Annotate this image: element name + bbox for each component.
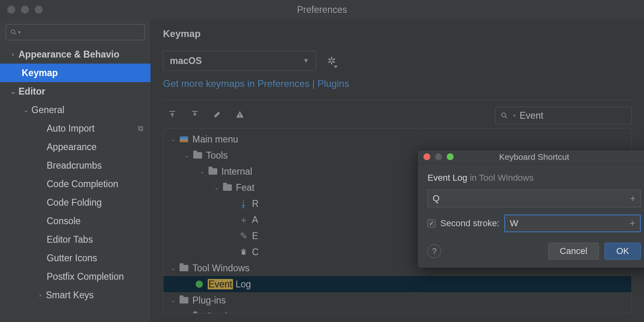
minimize-dot[interactable]	[21, 6, 29, 14]
sidebar-item-auto-import[interactable]: Auto Import⧉	[0, 119, 151, 138]
sidebar-item-gutter-icons[interactable]: Gutter Icons	[0, 249, 151, 267]
sidebar-item-label: Keymap	[22, 68, 58, 78]
minimize-icon	[435, 153, 442, 160]
help-button[interactable]: ?	[427, 244, 441, 258]
sidebar-item-label: General	[31, 105, 64, 116]
sidebar-nav: ›Appearance & BehavioKeymap⌄Editor⌄Gener…	[0, 45, 151, 304]
zoom-dot[interactable]	[35, 6, 43, 14]
traffic-lights	[7, 6, 43, 14]
sidebar-item-smart-keys[interactable]: ›Smart Keys	[0, 286, 151, 304]
svg-line-1	[14, 33, 16, 35]
close-dot[interactable]	[7, 6, 15, 14]
window-title: Preferences	[297, 4, 347, 15]
sidebar-item-postfix-completion[interactable]: Postfix Completion	[0, 267, 151, 286]
sidebar-search-input[interactable]: ▾	[6, 24, 145, 40]
sidebar-item-label: Appearance	[47, 142, 97, 153]
dialog-titlebar: Keyboard Shortcut	[418, 150, 644, 164]
sidebar-item-appearance[interactable]: Appearance	[0, 138, 151, 156]
sidebar-item-general[interactable]: ⌄General	[0, 101, 151, 119]
sidebar-item-label: Appearance & Behavio	[19, 49, 120, 60]
sidebar-item-appearance-behavio[interactable]: ›Appearance & Behavio	[0, 45, 151, 64]
copy-icon: ⧉	[138, 124, 143, 133]
sidebar-item-label: Breadcrumbs	[47, 160, 102, 171]
sidebar-item-label: Code Folding	[47, 197, 102, 208]
first-stroke-input[interactable]: Q +	[427, 190, 641, 207]
sidebar-item-editor-tabs[interactable]: Editor Tabs	[0, 230, 151, 249]
dialog-title: Keyboard Shortcut	[499, 152, 569, 162]
disclosure-icon: ›	[9, 51, 17, 58]
sidebar-item-code-completion[interactable]: Code Completion	[0, 175, 151, 193]
close-icon[interactable]	[423, 153, 430, 160]
sidebar-item-label: Editor Tabs	[47, 234, 93, 245]
action-breadcrumb: Event Log in Tool Windows	[427, 173, 641, 183]
sidebar-item-label: Smart Keys	[46, 290, 94, 301]
content-pane: Keymap macOS ▼ ✲ Get more keymaps in Pre…	[151, 19, 644, 322]
svg-point-0	[11, 30, 15, 33]
second-stroke-input[interactable]: W +	[504, 215, 641, 232]
preferences-sidebar: ▾ ›Appearance & BehavioKeymap⌄Editor⌄Gen…	[0, 19, 151, 322]
second-stroke-checkbox[interactable]: ✓	[427, 219, 436, 227]
sidebar-item-label: Gutter Icons	[47, 253, 97, 264]
second-stroke-label: Second stroke:	[440, 218, 500, 229]
sidebar-item-label: Auto Import	[47, 123, 95, 134]
sidebar-item-label: Postfix Completion	[47, 271, 124, 282]
plus-icon[interactable]: +	[630, 193, 636, 204]
sidebar-item-label: Console	[47, 216, 80, 227]
plus-icon[interactable]: +	[630, 218, 635, 229]
sidebar-item-editor[interactable]: ⌄Editor	[0, 82, 151, 101]
chevron-down-icon: ▾	[18, 29, 21, 35]
window-titlebar: Preferences	[0, 0, 644, 19]
disclosure-icon: ⌄	[22, 106, 30, 114]
sidebar-item-label: Code Completion	[47, 179, 118, 190]
sidebar-item-keymap[interactable]: Keymap	[0, 64, 151, 82]
zoom-icon[interactable]	[447, 153, 454, 160]
cancel-button[interactable]: Cancel	[548, 243, 599, 260]
sidebar-item-breadcrumbs[interactable]: Breadcrumbs	[0, 156, 151, 175]
sidebar-item-console[interactable]: Console	[0, 212, 151, 230]
sidebar-item-label: Editor	[19, 86, 45, 97]
disclosure-icon: ⌄	[9, 88, 17, 95]
disclosure-icon: ›	[36, 291, 44, 299]
sidebar-item-code-folding[interactable]: Code Folding	[0, 193, 151, 212]
ok-button[interactable]: OK	[605, 243, 641, 260]
keyboard-shortcut-dialog: Keyboard Shortcut Event Log in Tool Wind…	[417, 150, 644, 268]
